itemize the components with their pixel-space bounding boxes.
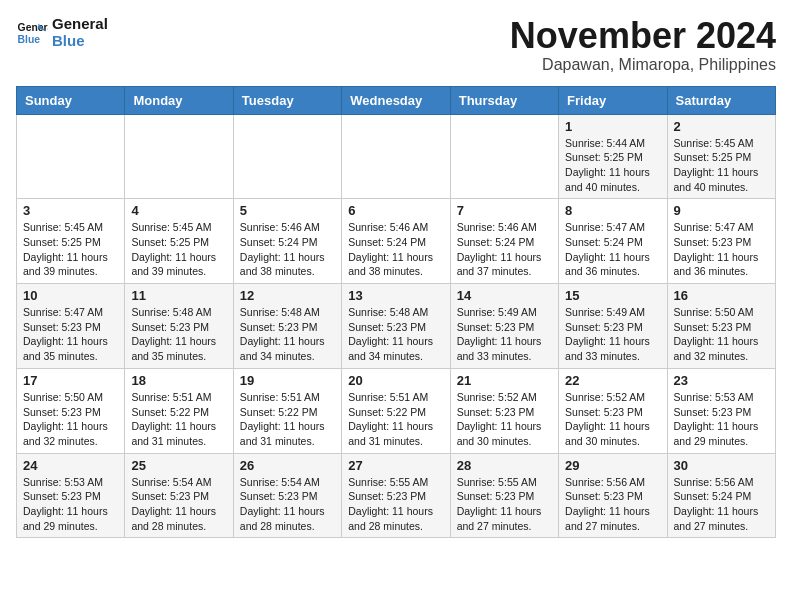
day-info: Sunrise: 5:54 AM Sunset: 5:23 PM Dayligh… <box>240 475 335 534</box>
day-info: Sunrise: 5:52 AM Sunset: 5:23 PM Dayligh… <box>457 390 552 449</box>
weekday-header-wednesday: Wednesday <box>342 86 450 114</box>
day-number: 6 <box>348 203 443 218</box>
calendar-cell <box>17 114 125 199</box>
calendar-cell: 30Sunrise: 5:56 AM Sunset: 5:24 PM Dayli… <box>667 453 775 538</box>
weekday-header-thursday: Thursday <box>450 86 558 114</box>
calendar-cell: 27Sunrise: 5:55 AM Sunset: 5:23 PM Dayli… <box>342 453 450 538</box>
day-info: Sunrise: 5:52 AM Sunset: 5:23 PM Dayligh… <box>565 390 660 449</box>
calendar-cell: 10Sunrise: 5:47 AM Sunset: 5:23 PM Dayli… <box>17 284 125 369</box>
day-number: 17 <box>23 373 118 388</box>
calendar-cell: 22Sunrise: 5:52 AM Sunset: 5:23 PM Dayli… <box>559 368 667 453</box>
month-title: November 2024 <box>510 16 776 56</box>
day-info: Sunrise: 5:55 AM Sunset: 5:23 PM Dayligh… <box>348 475 443 534</box>
week-row-3: 10Sunrise: 5:47 AM Sunset: 5:23 PM Dayli… <box>17 284 776 369</box>
day-info: Sunrise: 5:48 AM Sunset: 5:23 PM Dayligh… <box>240 305 335 364</box>
day-info: Sunrise: 5:46 AM Sunset: 5:24 PM Dayligh… <box>457 220 552 279</box>
day-number: 28 <box>457 458 552 473</box>
day-info: Sunrise: 5:49 AM Sunset: 5:23 PM Dayligh… <box>457 305 552 364</box>
day-info: Sunrise: 5:45 AM Sunset: 5:25 PM Dayligh… <box>674 136 769 195</box>
weekday-header-tuesday: Tuesday <box>233 86 341 114</box>
svg-text:Blue: Blue <box>18 33 41 44</box>
day-number: 18 <box>131 373 226 388</box>
day-info: Sunrise: 5:45 AM Sunset: 5:25 PM Dayligh… <box>131 220 226 279</box>
day-info: Sunrise: 5:54 AM Sunset: 5:23 PM Dayligh… <box>131 475 226 534</box>
day-info: Sunrise: 5:56 AM Sunset: 5:24 PM Dayligh… <box>674 475 769 534</box>
week-row-4: 17Sunrise: 5:50 AM Sunset: 5:23 PM Dayli… <box>17 368 776 453</box>
calendar-cell: 16Sunrise: 5:50 AM Sunset: 5:23 PM Dayli… <box>667 284 775 369</box>
day-info: Sunrise: 5:49 AM Sunset: 5:23 PM Dayligh… <box>565 305 660 364</box>
calendar-cell: 19Sunrise: 5:51 AM Sunset: 5:22 PM Dayli… <box>233 368 341 453</box>
week-row-5: 24Sunrise: 5:53 AM Sunset: 5:23 PM Dayli… <box>17 453 776 538</box>
day-number: 4 <box>131 203 226 218</box>
page-header: General Blue General Blue November 2024 … <box>16 16 776 74</box>
day-info: Sunrise: 5:51 AM Sunset: 5:22 PM Dayligh… <box>131 390 226 449</box>
day-number: 9 <box>674 203 769 218</box>
day-info: Sunrise: 5:50 AM Sunset: 5:23 PM Dayligh… <box>674 305 769 364</box>
title-area: November 2024 Dapawan, Mimaropa, Philipp… <box>510 16 776 74</box>
day-info: Sunrise: 5:45 AM Sunset: 5:25 PM Dayligh… <box>23 220 118 279</box>
day-info: Sunrise: 5:46 AM Sunset: 5:24 PM Dayligh… <box>348 220 443 279</box>
day-info: Sunrise: 5:47 AM Sunset: 5:23 PM Dayligh… <box>674 220 769 279</box>
day-info: Sunrise: 5:50 AM Sunset: 5:23 PM Dayligh… <box>23 390 118 449</box>
day-info: Sunrise: 5:47 AM Sunset: 5:24 PM Dayligh… <box>565 220 660 279</box>
svg-text:General: General <box>18 22 48 33</box>
day-info: Sunrise: 5:51 AM Sunset: 5:22 PM Dayligh… <box>240 390 335 449</box>
calendar-cell: 6Sunrise: 5:46 AM Sunset: 5:24 PM Daylig… <box>342 199 450 284</box>
day-info: Sunrise: 5:53 AM Sunset: 5:23 PM Dayligh… <box>674 390 769 449</box>
day-number: 20 <box>348 373 443 388</box>
day-info: Sunrise: 5:48 AM Sunset: 5:23 PM Dayligh… <box>131 305 226 364</box>
calendar-cell: 15Sunrise: 5:49 AM Sunset: 5:23 PM Dayli… <box>559 284 667 369</box>
logo: General Blue General Blue <box>16 16 108 49</box>
weekday-header-saturday: Saturday <box>667 86 775 114</box>
day-number: 10 <box>23 288 118 303</box>
day-number: 19 <box>240 373 335 388</box>
day-number: 8 <box>565 203 660 218</box>
calendar-cell: 4Sunrise: 5:45 AM Sunset: 5:25 PM Daylig… <box>125 199 233 284</box>
day-info: Sunrise: 5:44 AM Sunset: 5:25 PM Dayligh… <box>565 136 660 195</box>
calendar-cell: 18Sunrise: 5:51 AM Sunset: 5:22 PM Dayli… <box>125 368 233 453</box>
calendar-cell: 8Sunrise: 5:47 AM Sunset: 5:24 PM Daylig… <box>559 199 667 284</box>
day-number: 5 <box>240 203 335 218</box>
day-number: 21 <box>457 373 552 388</box>
weekday-header-row: SundayMondayTuesdayWednesdayThursdayFrid… <box>17 86 776 114</box>
calendar-cell: 14Sunrise: 5:49 AM Sunset: 5:23 PM Dayli… <box>450 284 558 369</box>
calendar-cell: 17Sunrise: 5:50 AM Sunset: 5:23 PM Dayli… <box>17 368 125 453</box>
calendar-cell: 20Sunrise: 5:51 AM Sunset: 5:22 PM Dayli… <box>342 368 450 453</box>
day-info: Sunrise: 5:46 AM Sunset: 5:24 PM Dayligh… <box>240 220 335 279</box>
calendar-cell: 23Sunrise: 5:53 AM Sunset: 5:23 PM Dayli… <box>667 368 775 453</box>
calendar-cell: 24Sunrise: 5:53 AM Sunset: 5:23 PM Dayli… <box>17 453 125 538</box>
day-number: 11 <box>131 288 226 303</box>
day-info: Sunrise: 5:47 AM Sunset: 5:23 PM Dayligh… <box>23 305 118 364</box>
day-number: 26 <box>240 458 335 473</box>
day-info: Sunrise: 5:53 AM Sunset: 5:23 PM Dayligh… <box>23 475 118 534</box>
logo-icon: General Blue <box>16 17 48 49</box>
day-number: 1 <box>565 119 660 134</box>
calendar-cell: 21Sunrise: 5:52 AM Sunset: 5:23 PM Dayli… <box>450 368 558 453</box>
calendar-cell <box>450 114 558 199</box>
day-info: Sunrise: 5:51 AM Sunset: 5:22 PM Dayligh… <box>348 390 443 449</box>
day-number: 24 <box>23 458 118 473</box>
logo-blue: Blue <box>52 33 108 50</box>
location-subtitle: Dapawan, Mimaropa, Philippines <box>510 56 776 74</box>
day-number: 29 <box>565 458 660 473</box>
day-info: Sunrise: 5:55 AM Sunset: 5:23 PM Dayligh… <box>457 475 552 534</box>
calendar-cell: 29Sunrise: 5:56 AM Sunset: 5:23 PM Dayli… <box>559 453 667 538</box>
calendar-cell: 25Sunrise: 5:54 AM Sunset: 5:23 PM Dayli… <box>125 453 233 538</box>
day-number: 22 <box>565 373 660 388</box>
day-number: 12 <box>240 288 335 303</box>
calendar-cell: 28Sunrise: 5:55 AM Sunset: 5:23 PM Dayli… <box>450 453 558 538</box>
calendar-cell: 26Sunrise: 5:54 AM Sunset: 5:23 PM Dayli… <box>233 453 341 538</box>
weekday-header-friday: Friday <box>559 86 667 114</box>
day-number: 13 <box>348 288 443 303</box>
calendar-cell: 11Sunrise: 5:48 AM Sunset: 5:23 PM Dayli… <box>125 284 233 369</box>
week-row-1: 1Sunrise: 5:44 AM Sunset: 5:25 PM Daylig… <box>17 114 776 199</box>
weekday-header-monday: Monday <box>125 86 233 114</box>
day-number: 14 <box>457 288 552 303</box>
calendar-cell <box>233 114 341 199</box>
calendar-cell: 9Sunrise: 5:47 AM Sunset: 5:23 PM Daylig… <box>667 199 775 284</box>
day-number: 23 <box>674 373 769 388</box>
week-row-2: 3Sunrise: 5:45 AM Sunset: 5:25 PM Daylig… <box>17 199 776 284</box>
calendar-cell: 5Sunrise: 5:46 AM Sunset: 5:24 PM Daylig… <box>233 199 341 284</box>
weekday-header-sunday: Sunday <box>17 86 125 114</box>
calendar-cell: 12Sunrise: 5:48 AM Sunset: 5:23 PM Dayli… <box>233 284 341 369</box>
